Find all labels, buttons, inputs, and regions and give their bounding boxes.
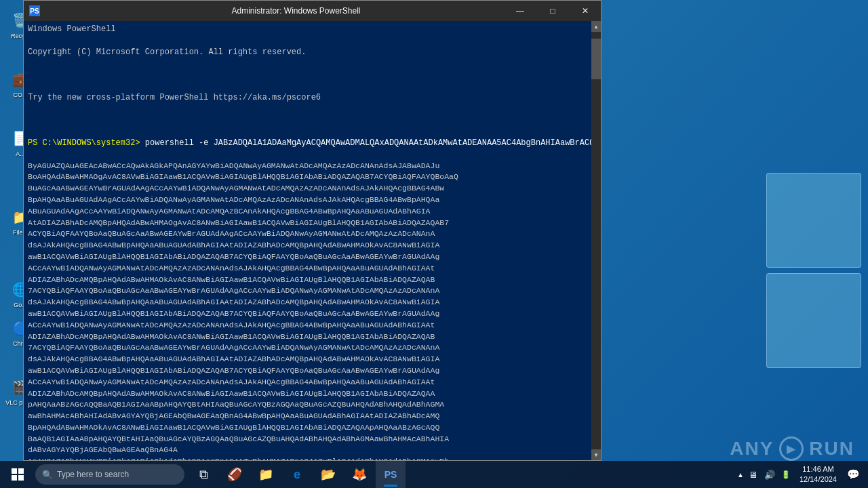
anyrun-play-icon: ▶ <box>779 436 804 461</box>
terminal-line-3 <box>28 69 587 81</box>
clock-date: 12/14/2024 <box>800 474 837 485</box>
ps-icon-text: PS <box>30 7 39 15</box>
terminal-command: powershell -e JABzADQAlA1ADAaMgAyACQAMQA… <box>140 138 591 148</box>
firefox-button[interactable]: 🦊 <box>344 461 374 488</box>
taskbar: 🔍 Type here to search ⧉ 🏈 📁 e 📂 🦊 <box>0 461 868 488</box>
widget-bottom <box>766 273 861 368</box>
minimize-button[interactable]: ― <box>505 1 536 21</box>
volume-icon: 🔊 <box>764 470 775 480</box>
network-tray-icon[interactable]: 🖥 <box>747 461 760 488</box>
scrollbar-thumb[interactable] <box>591 39 601 79</box>
terminal-body: Windows PowerShell Copyright (C) Microso… <box>24 21 601 460</box>
football-icon: 🏈 <box>227 467 242 482</box>
window-controls: ― □ ✕ <box>505 1 601 21</box>
start-icon <box>12 468 24 481</box>
clock-time: 11:46 AM <box>802 464 833 474</box>
files2-icon: 📂 <box>321 467 336 482</box>
taskview-button[interactable]: ⧉ <box>189 461 218 488</box>
terminal-output: ByAGUAZQAuAGEAcABwACcAQwAkAGkAPQAnAGYAYw… <box>28 161 458 460</box>
right-widgets <box>685 0 868 461</box>
explorer-button[interactable]: 📁 <box>251 461 281 488</box>
start-icon-cell-4 <box>18 475 24 481</box>
files-button[interactable]: 📂 <box>313 461 343 488</box>
close-button[interactable]: ✕ <box>570 1 601 21</box>
edge-button[interactable]: e <box>282 461 312 488</box>
folder-icon: 📁 <box>258 467 273 482</box>
terminal-content[interactable]: Windows PowerShell Copyright (C) Microso… <box>24 21 591 460</box>
anyrun-text-run: RUN <box>809 438 854 460</box>
volume-tray-icon[interactable]: 🔊 <box>763 461 776 488</box>
terminal-line-2: Copyright (C) Microsoft Corporation. All… <box>28 47 587 58</box>
battery-icon: 🔋 <box>781 470 791 479</box>
notification-icon: 💬 <box>847 468 860 481</box>
search-placeholder-text: Type here to search <box>57 470 129 479</box>
terminal-line-5 <box>28 115 587 126</box>
terminal-line-4: Try the new cross-platform PowerShell ht… <box>28 92 587 104</box>
scrollbar-up-button[interactable]: ▲ <box>591 21 601 32</box>
anyrun-text-any: ANY <box>730 438 774 460</box>
battery-tray-icon[interactable]: 🔋 <box>779 461 793 488</box>
taskbar-right: ▲ 🖥 🔊 🔋 11:46 AM 12/14/2024 💬 <box>737 461 868 488</box>
start-icon-cell-2 <box>18 468 24 474</box>
powershell-taskbar-icon: PS <box>384 469 397 480</box>
terminal-prompt-line: PS C:\WINDOWS\system32> powershell -e JA… <box>28 138 587 149</box>
scrollbar-track[interactable] <box>591 32 601 449</box>
search-bar[interactable]: 🔍 Type here to search <box>35 464 184 485</box>
widget-top <box>766 173 861 268</box>
start-icon-cell-3 <box>12 475 17 481</box>
show-hidden-button[interactable]: ▲ <box>737 471 744 479</box>
start-icon-cell-1 <box>12 468 17 474</box>
start-button[interactable] <box>0 461 35 488</box>
taskbar-center: ⧉ 🏈 📁 e 📂 🦊 PS <box>189 461 406 488</box>
powershell-icon: PS <box>29 5 40 16</box>
maximize-button[interactable]: □ <box>537 1 568 21</box>
terminal-scrollbar[interactable]: ▲ ▼ <box>591 21 601 460</box>
notification-button[interactable]: 💬 <box>844 461 863 488</box>
network-icon: 🖥 <box>749 470 757 480</box>
terminal-line-1: Windows PowerShell <box>28 24 587 35</box>
football-button[interactable]: 🏈 <box>220 461 250 488</box>
anyrun-watermark: ANY ▶ RUN <box>730 436 854 461</box>
scrollbar-down-button[interactable]: ▼ <box>591 449 601 460</box>
window-title: Administrator: Windows PowerShell <box>44 6 548 16</box>
window-titlebar: PS Administrator: Windows PowerShell ― □… <box>24 1 601 21</box>
powershell-window: PS Administrator: Windows PowerShell ― □… <box>23 0 601 461</box>
desktop: 🗑️ Recy... 💼 CO... 📄 A... 📁 File... 🌐 Go… <box>0 0 868 488</box>
terminal-prompt: PS C:\WINDOWS\system32> <box>28 138 140 148</box>
edge-icon: e <box>294 468 300 482</box>
firefox-icon: 🦊 <box>352 467 367 482</box>
system-clock[interactable]: 11:46 AM 12/14/2024 <box>795 461 841 488</box>
taskview-icon: ⧉ <box>199 468 208 482</box>
search-icon: 🔍 <box>42 470 53 480</box>
powershell-button[interactable]: PS <box>376 461 406 488</box>
